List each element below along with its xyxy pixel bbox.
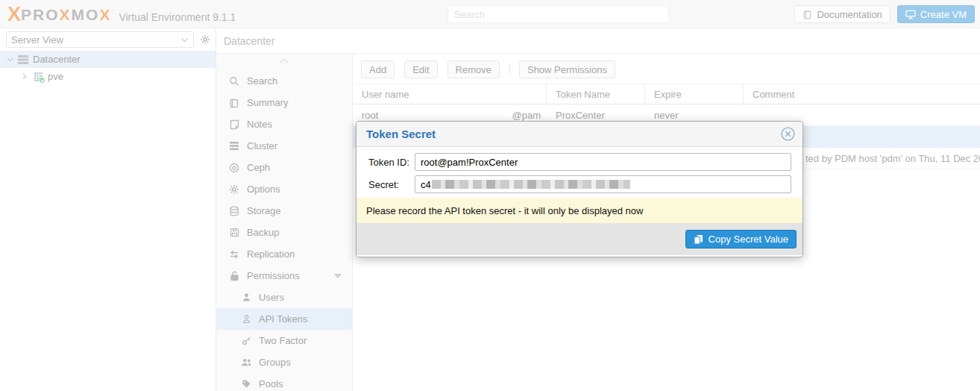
token-id-field[interactable] [415,153,791,171]
secret-label: Secret: [368,179,415,190]
dialog-header[interactable]: Token Secret [356,122,802,147]
secret-visible-prefix: c4 [421,179,431,190]
token-id-label: Token ID: [368,157,415,168]
copy-secret-value-button[interactable]: Copy Secret Value [685,230,797,248]
proxmox-app: X PROXMOX Virtual Environment 9.1.1 Docu… [0,0,980,391]
dialog-title: Token Secret [366,128,436,140]
warning-banner: Please record the API token secret - it … [356,198,802,223]
copy-secret-value-label: Copy Secret Value [709,234,788,245]
dialog-body: Token ID: Secret: c4 [356,147,802,193]
token-secret-dialog: Token Secret Token ID: Secret: c4 Please… [356,121,803,257]
copy-icon [694,234,703,245]
secret-field[interactable]: c4 [415,175,791,193]
secret-redacted-value [432,180,630,189]
warning-text: Please record the API token secret - it … [366,205,643,216]
close-icon[interactable] [781,127,795,141]
dialog-footer: Copy Secret Value [356,223,802,255]
